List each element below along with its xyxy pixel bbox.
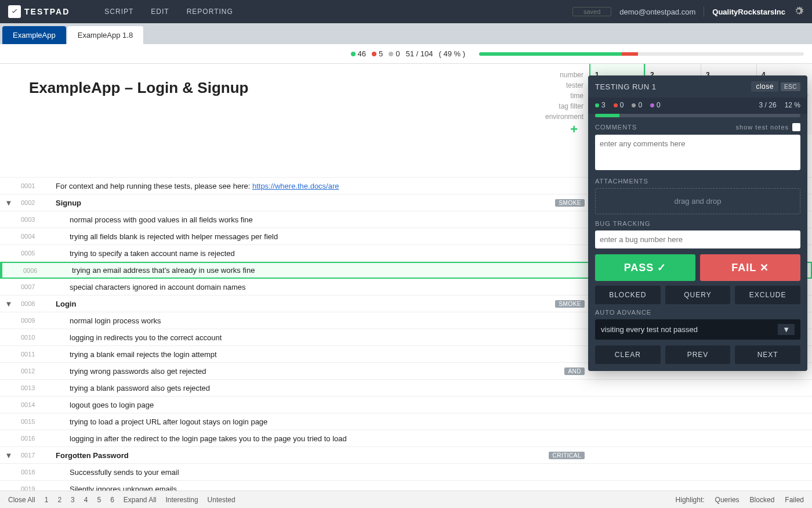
overall-progress (479, 52, 804, 56)
comments-label: COMMENTS (595, 124, 637, 131)
test-row[interactable]: 0019Silently ignores unknown emails (0, 481, 812, 491)
logo-icon (8, 5, 21, 18)
pass-button[interactable]: PASS ✓ (595, 254, 695, 281)
top-nav: SCRIPT EDIT REPORTING (104, 8, 233, 16)
add-run-button[interactable]: + (545, 124, 583, 135)
saved-badge: saved (572, 7, 611, 16)
org-name[interactable]: QualityRockstarsInc (712, 8, 785, 16)
tab-exampleapp[interactable]: ExampleApp (2, 26, 66, 44)
test-row[interactable]: 0015trying to load a project URL after l… (0, 413, 812, 430)
attachments-dropzone[interactable]: drag and drop (595, 188, 800, 214)
clear-button[interactable]: CLEAR (595, 345, 661, 364)
show-notes-checkbox[interactable] (792, 123, 800, 131)
brand-logo[interactable]: TESTPAD (8, 5, 70, 18)
exclude-button[interactable]: EXCLUDE (735, 286, 800, 304)
tab-exampleapp-18[interactable]: ExampleApp 1.8 (67, 26, 143, 44)
test-row[interactable]: 0016logging in after the redirect to the… (0, 430, 812, 447)
stat-other: 0 (389, 49, 400, 58)
attachments-label: ATTACHMENTS (595, 178, 800, 185)
test-row[interactable]: 0018Successfully sends to your email (0, 464, 812, 481)
stat-pct: ( 49 % ) (438, 49, 465, 58)
show-notes-label[interactable]: show test notes (736, 124, 789, 131)
auto-advance-label: AUTO ADVANCE (595, 309, 800, 316)
next-button[interactable]: NEXT (735, 345, 800, 364)
blocked-button[interactable]: BLOCKED (595, 286, 661, 304)
close-button[interactable]: close (751, 81, 778, 92)
panel-title: TESTING RUN 1 (595, 82, 751, 91)
panel-stats: 3 0 0 0 3 / 26 12 % (588, 98, 807, 114)
brand-text: TESTPAD (24, 7, 70, 16)
test-run-panel: TESTING RUN 1 close ESC 3 0 0 0 3 / 26 1… (588, 75, 807, 371)
bug-label: BUG TRACKING (595, 220, 800, 227)
tab-strip: ExampleApp ExampleApp 1.8 (0, 23, 812, 44)
stat-progress: 51 / 104 (405, 49, 433, 58)
user-email[interactable]: demo@ontestpad.com (619, 8, 695, 16)
divider (704, 6, 704, 17)
test-row[interactable]: 0014logout goes to login page (0, 397, 812, 413)
nav-script[interactable]: SCRIPT (104, 8, 133, 16)
test-row[interactable]: 0013trying a blank password also gets re… (0, 380, 812, 397)
test-row[interactable]: ▼0017Forgotten PasswordCRITICAL (0, 447, 812, 464)
topbar: TESTPAD SCRIPT EDIT REPORTING saved demo… (0, 0, 812, 23)
gear-icon[interactable] (793, 6, 804, 18)
chevron-down-icon: ▼ (778, 324, 795, 335)
prev-button[interactable]: PREV (665, 345, 731, 364)
query-button[interactable]: QUERY (665, 286, 731, 304)
stat-pass: 46 (351, 49, 366, 58)
nav-reporting[interactable]: REPORTING (187, 8, 233, 16)
stat-fail: 5 (372, 49, 383, 58)
comments-input[interactable] (595, 135, 800, 170)
panel-progress (595, 114, 800, 117)
esc-label: ESC (781, 82, 800, 91)
fail-button[interactable]: FAIL ✕ (700, 254, 800, 281)
run-meta-labels: numbertestertimetag filterenvironment + (545, 64, 589, 135)
auto-advance-select[interactable]: visiting every test not passed▼ (595, 319, 800, 340)
stats-bar: 46 5 0 51 / 104 ( 49 % ) (0, 44, 812, 64)
bug-input[interactable] (595, 230, 800, 248)
nav-edit[interactable]: EDIT (151, 8, 169, 16)
